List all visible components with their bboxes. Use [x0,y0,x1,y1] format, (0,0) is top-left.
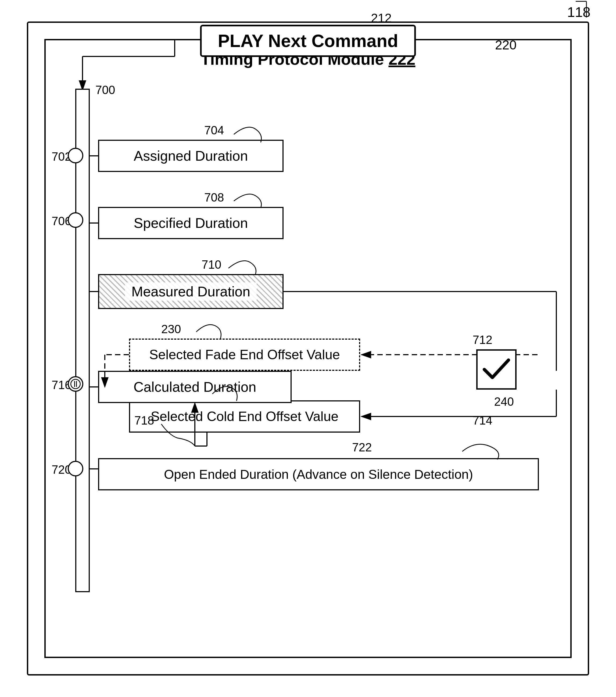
circle-720 [68,461,83,476]
measured-duration-box: Measured Duration [98,274,283,309]
ref-704: 704 [204,123,224,137]
circle-706 [68,212,83,228]
inner-box-220: 220 PLAY Next Command 212 Timing Protoco… [44,39,572,658]
ref-712: 712 [473,333,493,346]
page-container: 118 220 PLAY Next Command 212 Timing Pro… [0,0,616,697]
selected-fade-box: Selected Fade End Offset Value [129,339,360,371]
selected-cold-box: Selected Cold End Offset Value [129,400,360,433]
ref-718: 718 [134,414,154,427]
play-cmd-label: PLAY Next Command [218,31,398,51]
play-next-command-box: PLAY Next Command [200,25,416,57]
ref-708: 708 [204,191,224,204]
outer-box: 118 220 PLAY Next Command 212 Timing Pro… [27,21,589,676]
calculated-duration-box: Calculated Duration [98,371,292,403]
bracket-118-svg [570,1,592,23]
circle-702 [68,148,83,163]
circle-716 [68,376,83,392]
ref-212: 212 [371,11,392,25]
checkbox-240[interactable] [476,349,516,390]
vertical-bar-700 [75,89,90,592]
checkmark-icon [480,353,513,386]
ref-714: 714 [473,414,493,427]
ref-710: 710 [202,258,221,271]
assigned-duration-box: Assigned Duration [98,140,283,172]
open-ended-box: Open Ended Duration (Advance on Silence … [98,458,539,490]
ref-722: 722 [352,441,372,454]
ref-700: 700 [96,83,115,97]
ref-240: 240 [494,395,514,409]
ref-230: 230 [161,323,181,336]
specified-duration-box: Specified Duration [98,207,283,239]
